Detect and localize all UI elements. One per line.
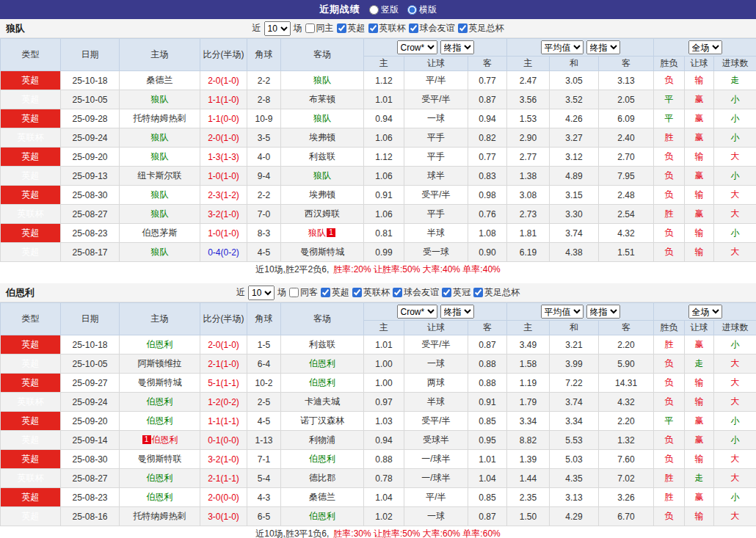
euro-home-odds: 1.53 — [507, 109, 550, 128]
league-filter-checkbox[interactable] — [473, 288, 483, 297]
league-filter-checkbox[interactable] — [442, 288, 451, 297]
league-filter-checkbox[interactable] — [337, 23, 346, 33]
vertical-layout-radio[interactable] — [369, 5, 379, 15]
asia-away-odds: 1.04 — [468, 469, 507, 488]
euro-draw-odds: 3.74 — [550, 393, 599, 412]
result-cell-text: 负 — [665, 189, 674, 200]
league-badge: 英超 — [1, 148, 61, 167]
bookmaker-select[interactable]: Crow* — [397, 40, 437, 54]
euro-home-odds: 1.79 — [507, 393, 550, 412]
team-text: 伯恩利 — [309, 454, 335, 464]
match-row: 英联杯25-09-24伯恩利1-2(0-2)2-5卡迪夫城0.97半球0.911… — [1, 393, 756, 412]
team-text: 曼彻斯特城 — [300, 247, 344, 257]
asia-away-odds: 0.76 — [468, 205, 507, 224]
venue-filter[interactable]: 同客 — [289, 286, 318, 299]
league-filter[interactable]: 英足总杯 — [473, 286, 520, 299]
match-row: 英超25-09-20伯恩利1-1(1-1)4-5诺丁汉森林1.03受平/半0.8… — [1, 412, 756, 431]
away-team: 狼队 — [281, 109, 364, 128]
match-score: 1-1(1-0) — [200, 90, 247, 109]
asia-stage-select[interactable]: 终指 — [440, 305, 474, 319]
score-text: 2-0(1-0) — [208, 340, 239, 350]
layout-option-horizontal[interactable]: 横版 — [407, 4, 437, 16]
goals-cell: 小 — [714, 412, 756, 431]
league-filter-checkbox[interactable] — [409, 23, 418, 33]
team-text: 伯恩利 — [152, 435, 178, 445]
layout-option-vertical[interactable]: 竖版 — [369, 4, 399, 16]
match-row: 英联杯25-08-27狼队3-2(1-0)7-0西汉姆联1.06平手0.762.… — [1, 205, 756, 224]
team-text: 狼队 — [313, 113, 331, 123]
asia-away-odds: 0.77 — [468, 148, 507, 167]
asia-handicap-line: 球半 — [404, 167, 468, 186]
match-date: 25-08-17 — [61, 243, 120, 262]
league-filter-checkbox[interactable] — [352, 288, 362, 297]
away-team: 伯恩利 — [281, 355, 364, 374]
horizontal-layout-radio[interactable] — [407, 5, 417, 15]
sub-asia-away: 客 — [468, 321, 507, 335]
match-date: 25-10-18 — [61, 335, 120, 355]
score-text: 0-1(0-0) — [208, 435, 239, 446]
match-score: 1-3(1-3) — [200, 148, 247, 167]
asia-handicap-line: 平手 — [404, 205, 468, 224]
cover-cell-text: 赢 — [695, 94, 704, 104]
league-filter[interactable]: 英联杯 — [352, 286, 390, 299]
euro-source-select[interactable]: 平均值 — [541, 305, 584, 319]
league-filter[interactable]: 球会友谊 — [409, 22, 455, 34]
league-filter-checkbox[interactable] — [393, 288, 402, 297]
result-cell-text: 负 — [665, 247, 674, 257]
league-filter-checkbox[interactable] — [368, 23, 378, 33]
league-filter-label: 英超 — [348, 22, 366, 34]
asia-away-odds: 0.87 — [468, 507, 507, 526]
league-filter[interactable]: 英超 — [337, 22, 366, 34]
euro-draw-odds: 3.05 — [550, 71, 599, 90]
league-filter[interactable]: 球会友谊 — [393, 286, 439, 299]
team-text: 德比郡 — [309, 473, 335, 483]
euro-away-odds: 2.40 — [599, 128, 654, 148]
league-filter[interactable]: 英足总杯 — [458, 22, 504, 34]
result-cell: 负 — [654, 507, 685, 526]
asia-handicap-line: 受平/半 — [404, 186, 468, 205]
stats-text: 胜率:30% 让胜率:50% 大率:60% 单率:60% — [333, 528, 500, 538]
scope-select[interactable]: 全场 — [688, 40, 722, 54]
away-team: 狼队 — [281, 71, 364, 90]
match-score: 2-1(1-1) — [200, 469, 247, 488]
cover-cell: 走 — [685, 469, 714, 488]
venue-filter[interactable]: 同主 — [305, 22, 334, 34]
team-text: 狼队 — [308, 228, 326, 238]
venue-checkbox[interactable] — [305, 23, 315, 33]
team-text: 卡迪夫城 — [305, 396, 340, 407]
asia-away-odds: 0.82 — [468, 128, 507, 148]
result-cell-text: 平 — [665, 415, 674, 426]
match-row: 英超25-09-28托特纳姆热刺1-1(0-0)10-9狼队0.94一球0.94… — [1, 109, 756, 128]
league-badge: 英超 — [1, 167, 61, 186]
recent-count-select[interactable]: 10 — [248, 286, 275, 300]
col-score: 比分(半场) — [200, 39, 247, 71]
recent-count-select[interactable]: 10 — [264, 21, 291, 36]
league-filter-label: 球会友谊 — [404, 286, 439, 299]
euro-home-odds: 6.19 — [507, 243, 550, 262]
euro-source-select[interactable]: 平均值 — [541, 40, 584, 54]
result-cell: 负 — [654, 355, 685, 374]
league-filter-checkbox[interactable] — [458, 23, 468, 33]
euro-stage-select[interactable]: 终指 — [586, 305, 620, 319]
asia-home-odds: 0.81 — [364, 224, 404, 243]
match-date: 25-09-24 — [61, 393, 120, 412]
league-filter[interactable]: 英联杯 — [368, 22, 406, 34]
league-filter[interactable]: 英冠 — [442, 286, 470, 299]
away-team: 狼队1 — [281, 224, 364, 243]
bookmaker-select[interactable]: Crow* — [397, 305, 437, 319]
home-team: 狼队 — [120, 186, 200, 205]
league-filter-label: 英足总杯 — [469, 22, 504, 34]
venue-checkbox[interactable] — [289, 288, 299, 297]
league-filter-checkbox[interactable] — [321, 288, 330, 297]
asia-stage-select[interactable]: 终指 — [440, 40, 474, 54]
match-row: 英超25-08-23伯恩利2-0(0-0)4-3桑德兰1.04平/半0.852.… — [1, 488, 756, 507]
league-filter[interactable]: 英超 — [321, 286, 349, 299]
scope-select[interactable]: 全场 — [688, 305, 722, 319]
away-team: 伯恩利 — [281, 507, 364, 526]
euro-stage-select[interactable]: 终指 — [586, 40, 620, 54]
goals-cell: 小 — [714, 128, 756, 148]
match-date: 25-09-20 — [61, 148, 120, 167]
match-date: 25-09-13 — [61, 167, 120, 186]
team-text: 西汉姆联 — [305, 208, 340, 219]
result-cell: 负 — [654, 243, 685, 262]
